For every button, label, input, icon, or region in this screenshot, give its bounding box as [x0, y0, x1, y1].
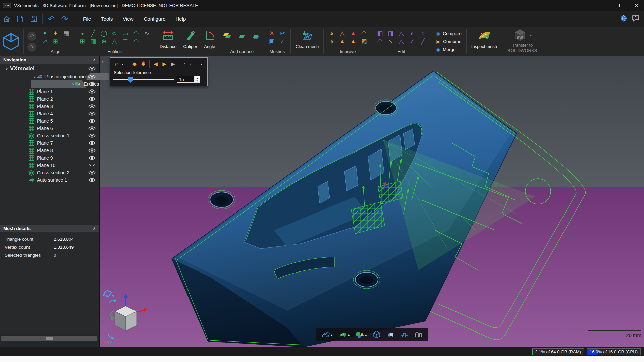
ellipse-entity-icon[interactable]: ○: [108, 29, 120, 37]
entities-display-button[interactable]: ▴: [356, 331, 367, 338]
vector-align-icon[interactable]: ↗: [41, 37, 49, 45]
flip-both-icon[interactable]: ▶: [169, 60, 177, 68]
viewport-3d[interactable]: ‹: [100, 56, 644, 347]
tree-item-plane-3[interactable]: Plane 3: [0, 103, 99, 110]
clipping-plane-button[interactable]: [386, 331, 394, 338]
cone-entity-icon[interactable]: △: [110, 37, 119, 45]
clean-defects-icon[interactable]: △: [338, 29, 346, 37]
histogram-button[interactable]: [415, 331, 423, 338]
add-surface-fit-icon[interactable]: ▰: [252, 32, 260, 40]
tree-item-plane-9[interactable]: Plane 9: [0, 154, 99, 162]
axes-align-icon[interactable]: ✦: [51, 29, 60, 37]
network-globe-icon[interactable]: [620, 15, 627, 23]
tree-item-cross-section-1[interactable]: Cross-section 1: [0, 132, 99, 139]
ribbon-undo-button[interactable]: ↶: [27, 32, 36, 41]
flip-selection-right-icon[interactable]: ▶: [161, 60, 168, 68]
compare-button[interactable]: ◎ Compare: [436, 31, 462, 37]
ribbon-redo-button[interactable]: ↷: [27, 43, 36, 52]
minimize-button[interactable]: –: [598, 0, 613, 11]
menu-configure[interactable]: Configure: [144, 16, 165, 22]
visibility-eye-icon[interactable]: [88, 147, 96, 154]
feedback-chat-icon[interactable]: ?: [632, 15, 639, 23]
scale-icon[interactable]: ↘: [386, 37, 395, 45]
cylinder-entity-icon[interactable]: ▥: [89, 37, 97, 45]
collapse-navigation-icon[interactable]: ∧: [93, 58, 96, 62]
tree-item-plane-7[interactable]: Plane 7: [0, 139, 99, 147]
spinner-up-icon[interactable]: ▴: [195, 76, 200, 79]
lasso-selection-icon[interactable]: ∩: [113, 60, 120, 68]
transfer-dropdown-caret[interactable]: ▾: [530, 34, 532, 37]
flip-selection-left-icon[interactable]: ◀: [152, 60, 159, 68]
cut-mesh-icon[interactable]: ✂: [278, 29, 287, 37]
mesh-display-button[interactable]: ▴: [321, 331, 332, 338]
grid-align-icon[interactable]: ⊞: [51, 37, 60, 45]
cross-section-view-button[interactable]: [400, 331, 409, 338]
tolerance-slider-thumb[interactable]: [128, 77, 133, 83]
scrollbar-grip[interactable]: [46, 337, 53, 340]
invert-surface-icon[interactable]: ◨: [386, 29, 395, 37]
waterproof-icon[interactable]: ✓: [408, 37, 416, 45]
restore-button[interactable]: [613, 0, 629, 11]
smooth-mesh-icon[interactable]: ◑: [327, 37, 336, 45]
delete-mesh-icon[interactable]: ✕: [268, 29, 276, 37]
mesh-details-header[interactable]: Mesh details ∧: [0, 225, 99, 232]
visibility-eye-icon[interactable]: [88, 66, 96, 72]
angle-button[interactable]: Angle: [201, 27, 219, 56]
triangles-edit-icon[interactable]: △: [397, 29, 406, 37]
visibility-eye-icon[interactable]: [88, 170, 96, 176]
visibility-eye-icon[interactable]: [88, 133, 96, 139]
visibility-eye-icon[interactable]: [88, 96, 96, 102]
sphere-entity-icon[interactable]: ⊕: [100, 37, 108, 45]
extend-boundary-icon[interactable]: ◠: [376, 37, 384, 45]
polyline-entity-icon[interactable]: ∿: [143, 29, 151, 37]
tree-item-plane-5[interactable]: Plane 5: [0, 117, 99, 125]
mesh-display-caret[interactable]: ▴: [331, 333, 332, 336]
visibility-eye-icon[interactable]: [88, 88, 96, 95]
offset-icon[interactable]: ↕: [419, 29, 427, 37]
tree-item-vxmodel[interactable]: ∨ VXmodel: [0, 64, 99, 73]
navigation-header[interactable]: Navigation ∧: [0, 56, 99, 64]
new-session-button[interactable]: [14, 13, 26, 25]
tree-item-entities[interactable]: ∨ Entities: [0, 80, 99, 88]
plane-entity-icon[interactable]: ⊞: [78, 37, 87, 45]
mirror-icon[interactable]: ◐: [408, 29, 416, 37]
validate-mesh-icon[interactable]: ✓: [278, 37, 287, 45]
defeature-icon[interactable]: ▨: [360, 37, 368, 45]
duplicate-mesh-icon[interactable]: ▣: [268, 37, 276, 45]
undo-button[interactable]: ↶: [46, 13, 57, 25]
shrink-selection-icon[interactable]: ↙: [189, 62, 194, 66]
tree-item-plane-8[interactable]: Plane 8: [0, 147, 99, 154]
best-fit-align-icon[interactable]: ✦: [41, 29, 49, 37]
bounding-box-button[interactable]: [373, 330, 381, 339]
remesh-icon[interactable]: ▲: [349, 37, 357, 45]
horizontal-scrollbar[interactable]: [1, 336, 97, 341]
smooth-boundary-icon[interactable]: ◠: [360, 29, 368, 37]
reduce-noise-icon[interactable]: ▲: [338, 37, 346, 45]
remove-intersections-icon[interactable]: ▲: [349, 29, 357, 37]
tree-item-plane-1[interactable]: Plane 1: [0, 88, 99, 95]
tree-item-plane-4[interactable]: Plane 4: [0, 110, 99, 117]
visibility-eye-icon[interactable]: [88, 81, 96, 87]
circle-entity-icon[interactable]: ◯: [100, 29, 108, 37]
inspect-mesh-button[interactable]: Inspect mesh: [468, 27, 500, 56]
rectangle-entity-icon[interactable]: ▭: [121, 29, 129, 37]
spinner-down-icon[interactable]: ▾: [195, 79, 200, 82]
merge-button[interactable]: ◉ Merge: [436, 47, 462, 53]
surface-display-button[interactable]: ▴: [338, 331, 350, 338]
collapse-mesh-details-icon[interactable]: ∧: [93, 226, 96, 231]
view-cube[interactable]: XYZ: [102, 290, 153, 347]
sculpt-icon[interactable]: ╱: [419, 37, 427, 45]
visibility-eye-icon[interactable]: [88, 125, 96, 131]
point-entity-icon[interactable]: ●: [78, 29, 87, 37]
save-button[interactable]: [28, 13, 39, 25]
visibility-eye-icon[interactable]: [88, 177, 96, 183]
visibility-eye-icon[interactable]: [88, 74, 96, 80]
fill-holes-icon[interactable]: ◕: [327, 29, 336, 37]
arc-entity-icon[interactable]: ◠: [132, 29, 140, 37]
tree-item-auto-surface-1[interactable]: Auto surface 1: [0, 176, 99, 184]
tree-item-plane-2[interactable]: Plane 2: [0, 95, 99, 103]
line-entity-icon[interactable]: ╱: [89, 29, 97, 37]
menu-help[interactable]: Help: [176, 16, 186, 22]
visibility-eye-icon[interactable]: [88, 118, 96, 124]
selection-mode-caret[interactable]: ▾: [122, 62, 126, 66]
